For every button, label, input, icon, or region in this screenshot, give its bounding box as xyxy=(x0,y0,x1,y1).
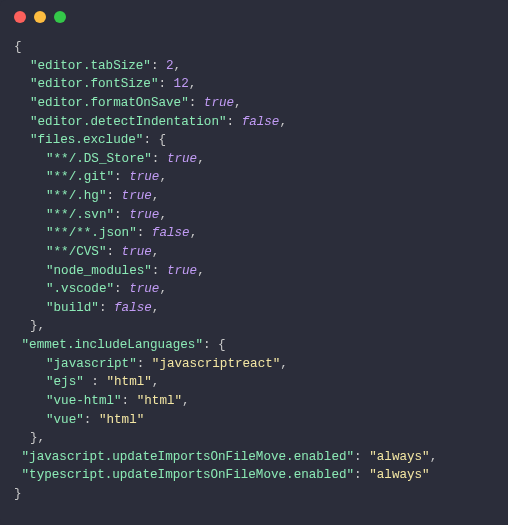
json-key: "**/.git" xyxy=(46,170,114,184)
emmet-open: "emmet.includeLanguages": { xyxy=(14,336,494,355)
maximize-icon[interactable] xyxy=(54,11,66,23)
json-key: "typescript.updateImportsOnFileMove.enab… xyxy=(22,468,355,482)
json-key: "javascript.updateImportsOnFileMove.enab… xyxy=(22,450,355,464)
json-key: "editor.formatOnSave" xyxy=(30,96,189,110)
code-area: {"editor.tabSize": 2,"editor.fontSize": … xyxy=(0,34,508,518)
json-value: "html" xyxy=(137,394,182,408)
files-exclude-open: "files.exclude": { xyxy=(14,131,494,150)
json-value: false xyxy=(242,115,280,129)
json-value: true xyxy=(167,152,197,166)
files-exclude-item: "build": false, xyxy=(14,299,494,318)
json-value: "html" xyxy=(99,413,144,427)
emmet-item: "vue-html": "html", xyxy=(14,392,494,411)
json-key: "emmet.includeLanguages" xyxy=(22,338,203,352)
editor-window: {"editor.tabSize": 2,"editor.fontSize": … xyxy=(0,0,508,525)
json-key: "**/.DS_Store" xyxy=(46,152,152,166)
json-key: "**/CVS" xyxy=(46,245,106,259)
setting-line: "editor.tabSize": 2, xyxy=(14,57,494,76)
window-titlebar xyxy=(0,0,508,34)
json-value: 2 xyxy=(166,59,174,73)
close-icon[interactable] xyxy=(14,11,26,23)
emmet-item: "javascript": "javascriptreact", xyxy=(14,355,494,374)
json-key: "editor.detectIndentation" xyxy=(30,115,227,129)
emmet-item: "ejs" : "html", xyxy=(14,373,494,392)
json-value: true xyxy=(122,189,152,203)
json-key: "editor.fontSize" xyxy=(30,77,158,91)
setting-line: "typescript.updateImportsOnFileMove.enab… xyxy=(14,466,494,485)
json-key: "editor.tabSize" xyxy=(30,59,151,73)
files-exclude-item: "**/.hg": true, xyxy=(14,187,494,206)
json-value: false xyxy=(114,301,152,315)
minimize-icon[interactable] xyxy=(34,11,46,23)
files-exclude-close: }, xyxy=(14,317,494,336)
json-value: 12 xyxy=(174,77,189,91)
json-value: true xyxy=(167,264,197,278)
emmet-item: "vue": "html" xyxy=(14,411,494,430)
json-value: true xyxy=(129,170,159,184)
json-value: "javascriptreact" xyxy=(152,357,280,371)
json-key: "node_modules" xyxy=(46,264,152,278)
json-key: "vue-html" xyxy=(46,394,122,408)
json-key: "ejs" xyxy=(46,375,91,389)
json-key: "**/.hg" xyxy=(46,189,106,203)
setting-line: "editor.fontSize": 12, xyxy=(14,75,494,94)
json-key: "**/.svn" xyxy=(46,208,114,222)
emmet-close: }, xyxy=(14,429,494,448)
json-value: true xyxy=(129,282,159,296)
files-exclude-item: "**/.git": true, xyxy=(14,168,494,187)
brace-open: { xyxy=(14,38,494,57)
json-key: "javascript" xyxy=(46,357,137,371)
setting-line: "javascript.updateImportsOnFileMove.enab… xyxy=(14,448,494,467)
files-exclude-item: ".vscode": true, xyxy=(14,280,494,299)
json-value: false xyxy=(152,226,190,240)
json-value: true xyxy=(129,208,159,222)
json-value: "always" xyxy=(369,468,429,482)
setting-line: "editor.formatOnSave": true, xyxy=(14,94,494,113)
json-value: true xyxy=(122,245,152,259)
files-exclude-item: "**/.DS_Store": true, xyxy=(14,150,494,169)
json-key: ".vscode" xyxy=(46,282,114,296)
files-exclude-item: "**/.svn": true, xyxy=(14,206,494,225)
json-key: "files.exclude" xyxy=(30,133,143,147)
json-key: "**/**.json" xyxy=(46,226,137,240)
files-exclude-item: "**/**.json": false, xyxy=(14,224,494,243)
json-value: "html" xyxy=(106,375,151,389)
json-value: true xyxy=(204,96,234,110)
json-key: "build" xyxy=(46,301,99,315)
json-key: "vue" xyxy=(46,413,84,427)
brace-close: } xyxy=(14,485,494,504)
json-value: "always" xyxy=(369,450,429,464)
files-exclude-item: "**/CVS": true, xyxy=(14,243,494,262)
files-exclude-item: "node_modules": true, xyxy=(14,262,494,281)
setting-line: "editor.detectIndentation": false, xyxy=(14,113,494,132)
